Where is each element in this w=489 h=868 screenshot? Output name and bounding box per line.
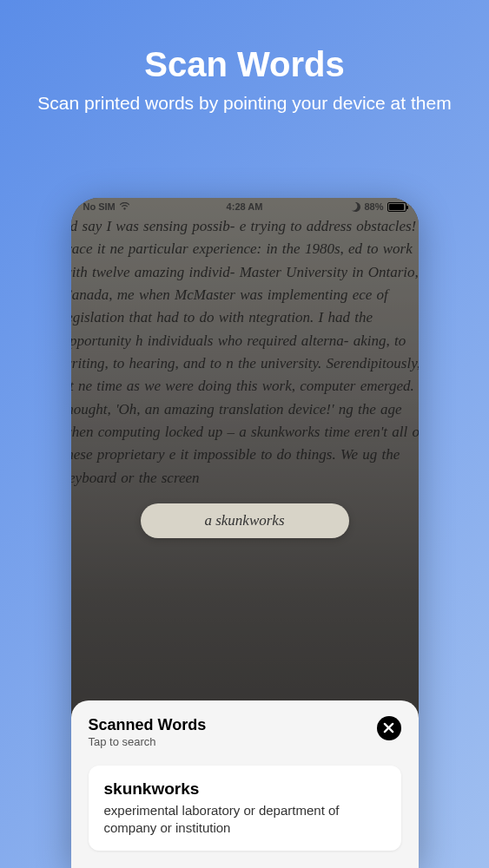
app-promo-header: Scan Words Scan printed words by pointin…	[0, 0, 489, 115]
panel-title-group: Scanned Words Tap to search	[89, 716, 207, 748]
battery-icon	[387, 202, 406, 212]
do-not-disturb-icon	[351, 202, 360, 212]
word-term: skunkworks	[104, 779, 386, 799]
carrier-label: No SIM	[83, 201, 116, 212]
close-icon	[383, 722, 394, 733]
highlighted-text: a skunkworks	[204, 512, 284, 529]
panel-header: Scanned Words Tap to search	[89, 716, 401, 748]
scan-highlight-region: a skunkworks	[141, 503, 349, 538]
status-bar: No SIM 4:28 AM 88%	[71, 198, 419, 215]
word-definition: experimental laboratory or department of…	[104, 802, 386, 838]
wifi-icon	[119, 202, 130, 211]
promo-title: Scan Words	[0, 45, 489, 84]
panel-title: Scanned Words	[89, 716, 207, 734]
close-button[interactable]	[377, 716, 401, 740]
promo-subtitle: Scan printed words by pointing your devi…	[0, 91, 489, 115]
status-left: No SIM	[83, 201, 130, 212]
word-result-card[interactable]: skunkworks experimental laboratory or de…	[89, 766, 401, 852]
status-right: 88%	[351, 201, 406, 212]
scanned-words-panel: Scanned Words Tap to search skunkworks e…	[71, 700, 419, 869]
battery-percent: 88%	[364, 201, 383, 212]
status-time: 4:28 AM	[227, 201, 263, 212]
panel-subtitle: Tap to search	[89, 735, 207, 748]
phone-screenshot: I'd say I was sensing possib- e trying t…	[71, 198, 419, 868]
